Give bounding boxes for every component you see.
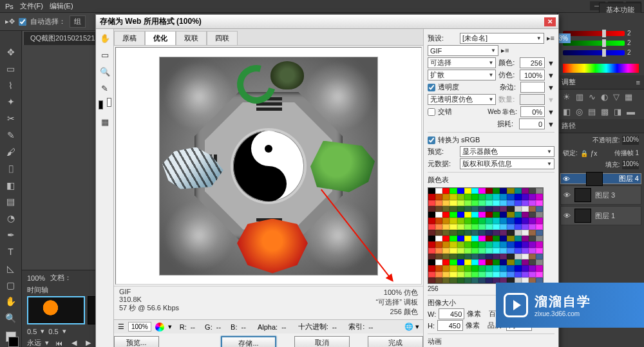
dialog-titlebar[interactable]: 存储为 Web 所用格式 (100%) ✕: [96, 15, 558, 29]
hue-strip[interactable]: [563, 64, 639, 73]
tab-original[interactable]: 原稿: [114, 31, 145, 45]
blur-tool-icon[interactable]: ◔: [4, 211, 18, 225]
adjustments-panel-header[interactable]: 调整≡: [558, 75, 644, 89]
diffusion-select[interactable]: 扩散▼: [428, 70, 496, 80]
lasso-tool-icon[interactable]: ⌇: [4, 79, 18, 93]
eyedropper-icon[interactable]: ✎: [99, 82, 111, 95]
height-field[interactable]: 450: [437, 320, 463, 331]
dither-field[interactable]: 100%: [520, 70, 545, 80]
vibrance-icon[interactable]: ▽: [613, 92, 620, 102]
type-tool-icon[interactable]: T: [4, 245, 18, 259]
frame-delay[interactable]: 0.5: [27, 328, 37, 335]
zoom-tool-icon[interactable]: 🔍: [4, 311, 18, 325]
frame-thumb[interactable]: [27, 296, 85, 324]
loop-select[interactable]: 永远: [27, 338, 41, 347]
layer-row[interactable]: 👁图层 1: [560, 206, 641, 225]
color-chip[interactable]: [155, 323, 164, 332]
wand-tool-icon[interactable]: ✦: [4, 95, 18, 109]
marquee-tool-icon[interactable]: ▭: [4, 62, 18, 76]
reduction-select[interactable]: 可选择▼: [428, 57, 496, 68]
color-table[interactable]: [428, 187, 544, 284]
browser-icon[interactable]: 🌐 ▾: [404, 323, 419, 331]
play-button[interactable]: ▶: [83, 338, 93, 347]
save-button[interactable]: 存储...: [221, 336, 276, 347]
layer-row[interactable]: 👁图层 3: [560, 185, 641, 205]
visibility-icon[interactable]: 👁: [563, 175, 570, 183]
opacity-value[interactable]: 100%: [622, 136, 639, 145]
eyedropper-tool-icon[interactable]: ✎: [4, 128, 18, 142]
websnap-field[interactable]: 0%: [520, 106, 545, 117]
stamp-tool-icon[interactable]: ⌷: [4, 162, 18, 176]
width-field[interactable]: 450: [439, 308, 464, 319]
mixer-icon[interactable]: ▤: [588, 107, 596, 117]
path-tool-icon[interactable]: ◺: [4, 261, 18, 276]
visibility-icon[interactable]: 👁: [564, 191, 571, 199]
lookup-icon[interactable]: ▩: [601, 107, 609, 117]
b-slider[interactable]: 2: [563, 49, 639, 56]
metadata-select[interactable]: 版权和联系信息▼: [460, 158, 554, 169]
prev-frame-button[interactable]: ◀: [69, 338, 79, 347]
slice-vis-icon[interactable]: ▦: [99, 115, 111, 128]
fill-value[interactable]: 100%: [622, 160, 639, 169]
preview-select[interactable]: 显示器颜色▼: [460, 146, 554, 157]
curves-icon[interactable]: ∿: [589, 92, 596, 102]
trans-dither-select[interactable]: 无透明度仿色▼: [428, 94, 496, 105]
r-slider[interactable]: 2: [563, 30, 639, 37]
swatch-icon[interactable]: [99, 98, 111, 111]
layer-row[interactable]: 👁图层 4: [560, 173, 641, 184]
paths-panel-header[interactable]: 路径: [558, 119, 644, 133]
autoselect-checkbox[interactable]: [19, 18, 26, 26]
matte-select[interactable]: [520, 82, 545, 93]
done-button[interactable]: 完成: [368, 336, 423, 347]
eraser-tool-icon[interactable]: ◧: [4, 178, 18, 192]
transparency-checkbox[interactable]: [428, 84, 435, 91]
invert-icon[interactable]: ◨: [614, 107, 621, 117]
hand-icon[interactable]: ☰: [118, 323, 124, 331]
preview-button[interactable]: 预览...: [114, 336, 159, 347]
optimize-menu-icon[interactable]: ▸≡: [501, 46, 509, 55]
brightness-icon[interactable]: ☀: [563, 92, 571, 102]
menu-file[interactable]: 文件(F): [20, 1, 43, 11]
crop-tool-icon[interactable]: ✂: [4, 111, 18, 126]
tab-fourup[interactable]: 四联: [207, 31, 238, 45]
menu-edit[interactable]: 编辑(E): [50, 1, 73, 11]
g-slider[interactable]: 2: [563, 39, 639, 46]
format-select[interactable]: GIF▼: [428, 45, 498, 56]
pen-tool-icon[interactable]: ✒: [4, 228, 18, 242]
threshold-icon[interactable]: ▬: [627, 107, 635, 117]
interlaced-checkbox[interactable]: [428, 108, 435, 116]
zoom-select[interactable]: 100%: [128, 322, 151, 332]
visibility-icon[interactable]: 👁: [564, 212, 571, 220]
colors-field[interactable]: 256: [520, 57, 545, 68]
layer-thumb: [574, 209, 591, 223]
cancel-button[interactable]: 取消: [294, 336, 350, 347]
zoom-icon[interactable]: 🔍: [99, 65, 111, 78]
tab-optimized[interactable]: 优化: [145, 31, 176, 45]
preview-area[interactable]: [115, 47, 422, 285]
gradient-tool-icon[interactable]: ▤: [4, 194, 18, 209]
exposure-icon[interactable]: ◐: [601, 92, 608, 102]
panel-menu-icon[interactable]: ≡: [636, 79, 640, 86]
preset-select[interactable]: [未命名]▼: [460, 33, 544, 44]
slice-icon[interactable]: ▭: [99, 48, 111, 61]
shape-tool-icon[interactable]: ▢: [4, 278, 18, 292]
move-tool-icon[interactable]: ✥: [4, 45, 18, 59]
levels-icon[interactable]: ▥: [576, 92, 583, 102]
hand-tool-icon[interactable]: ✋: [4, 294, 18, 308]
lock-icon[interactable]: 🔒: [580, 150, 588, 157]
hand-icon[interactable]: ✋: [99, 32, 111, 44]
autoselect-group[interactable]: 组: [70, 15, 86, 28]
swatch-icon[interactable]: [3, 332, 19, 347]
bw-icon[interactable]: ◧: [563, 107, 571, 117]
hue-icon[interactable]: ▦: [625, 92, 632, 102]
lossy-field[interactable]: 0: [519, 118, 545, 129]
brush-tool-icon[interactable]: 🖌: [4, 145, 18, 159]
preset-menu-icon[interactable]: ▸≡: [547, 34, 554, 42]
srgb-checkbox[interactable]: [428, 136, 435, 144]
tab-twoup[interactable]: 双联: [176, 31, 207, 45]
dialog-close-button[interactable]: ✕: [544, 17, 556, 26]
first-frame-button[interactable]: ⏮: [53, 339, 65, 348]
zoom-field[interactable]: 100%: [27, 274, 45, 282]
frame-delay[interactable]: 0.5: [48, 328, 58, 335]
photo-filter-icon[interactable]: ◎: [576, 107, 583, 117]
